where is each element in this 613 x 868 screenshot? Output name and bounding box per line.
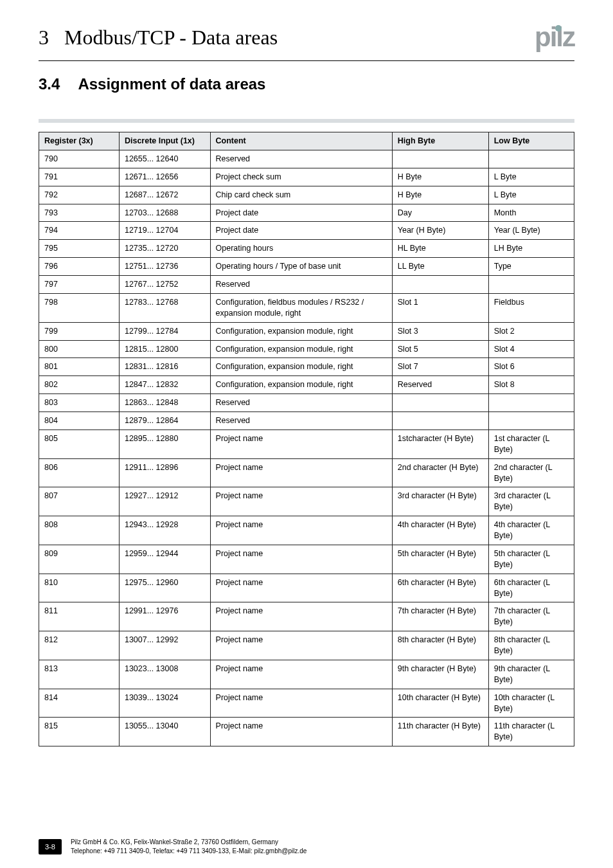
table-row: 79112671... 12656Project check sumH Byte… (39, 168, 574, 186)
cell-lb: L Byte (488, 168, 574, 186)
table-row: 79012655... 12640Reserved (39, 150, 574, 168)
cell-di: 12831... 12816 (119, 358, 210, 376)
cell-di: 12863... 12848 (119, 394, 210, 412)
cell-content: Configuration, fieldbus modules / RS232 … (210, 293, 392, 322)
cell-hb: Slot 5 (392, 340, 488, 358)
cell-reg: 812 (39, 631, 120, 660)
cell-hb: Slot 3 (392, 322, 488, 340)
cell-di: 12671... 12656 (119, 168, 210, 186)
table-row: 81413039... 13024Project name10th charac… (39, 689, 574, 718)
cell-reg: 796 (39, 258, 120, 276)
table-row: 80212847... 12832Configuration, expansio… (39, 376, 574, 394)
table-row: 80012815... 12800Configuration, expansio… (39, 340, 574, 358)
table-row: 79512735... 12720Operating hoursHL ByteL… (39, 240, 574, 258)
table-row: 79312703... 12688Project dateDayMonth (39, 204, 574, 222)
cell-hb (392, 394, 488, 412)
cell-lb: 2nd character (L Byte) (488, 458, 574, 487)
cell-lb: Slot 4 (488, 340, 574, 358)
cell-content: Configuration, expansion module, right (210, 340, 392, 358)
cell-reg: 792 (39, 186, 120, 204)
cell-lb: 9th character (L Byte) (488, 660, 574, 689)
cell-reg: 803 (39, 394, 120, 412)
table-row: 80112831... 12816Configuration, expansio… (39, 358, 574, 376)
cell-reg: 813 (39, 660, 120, 689)
table-row: 81313023... 13008Project name9th charact… (39, 660, 574, 689)
table-row: 80912959... 12944Project name5th charact… (39, 545, 574, 574)
cell-di: 12879... 12864 (119, 412, 210, 430)
cell-reg: 814 (39, 689, 120, 718)
cell-content: Configuration, expansion module, right (210, 358, 392, 376)
cell-di: 12943... 12928 (119, 516, 210, 545)
cell-lb: Slot 6 (488, 358, 574, 376)
table-row: 79412719... 12704Project dateYear (H Byt… (39, 222, 574, 240)
table-row: 80712927... 12912Project name3rd charact… (39, 487, 574, 516)
cell-content: Project name (210, 429, 392, 458)
cell-di: 13007... 12992 (119, 631, 210, 660)
cell-reg: 798 (39, 293, 120, 322)
cell-hb: Reserved (392, 376, 488, 394)
cell-content: Project name (210, 689, 392, 718)
cell-di: 12703... 12688 (119, 204, 210, 222)
cell-di: 13039... 13024 (119, 689, 210, 718)
cell-content: Chip card check sum (210, 186, 392, 204)
cell-di: 13023... 13008 (119, 660, 210, 689)
data-areas-table: Register (3x) Discrete Input (1x) Conten… (39, 132, 574, 746)
cell-reg: 806 (39, 458, 120, 487)
cell-lb (488, 150, 574, 168)
cell-content: Operating hours (210, 240, 392, 258)
cell-lb: 4th character (L Byte) (488, 516, 574, 545)
cell-lb: Slot 8 (488, 376, 574, 394)
page-footer: 3-8 Pilz GmbH & Co. KG, Felix-Wankel-Str… (0, 838, 613, 855)
section-heading: 3.4 Assignment of data areas (39, 75, 574, 93)
page-number-tag: 3-8 (39, 839, 62, 854)
cell-hb (392, 412, 488, 430)
cell-reg: 801 (39, 358, 120, 376)
cell-content: Project name (210, 545, 392, 574)
cell-di: 12655... 12640 (119, 150, 210, 168)
cell-lb: Month (488, 204, 574, 222)
cell-reg: 799 (39, 322, 120, 340)
table-row: 81112991... 12976Project name7th charact… (39, 602, 574, 631)
cell-di: 13055... 13040 (119, 718, 210, 746)
cell-lb: 5th character (L Byte) (488, 545, 574, 574)
cell-hb: 11th character (H Byte) (392, 718, 488, 746)
cell-lb: Slot 2 (488, 322, 574, 340)
cell-lb: L Byte (488, 186, 574, 204)
cell-reg: 811 (39, 602, 120, 631)
cell-hb: H Byte (392, 168, 488, 186)
brand-logo: pilz (527, 22, 574, 53)
cell-content: Reserved (210, 394, 392, 412)
cell-di: 12799... 12784 (119, 322, 210, 340)
cell-content: Operating hours / Type of base unit (210, 258, 392, 276)
page-header: 3 Modbus/TCP - Data areas pilz (39, 26, 574, 61)
cell-content: Project name (210, 487, 392, 516)
cell-reg: 802 (39, 376, 120, 394)
cell-lb (488, 412, 574, 430)
cell-content: Project name (210, 458, 392, 487)
footer-text: Pilz GmbH & Co. KG, Felix-Wankel-Straße … (71, 838, 306, 855)
cell-di: 12735... 12720 (119, 240, 210, 258)
cell-hb: Slot 7 (392, 358, 488, 376)
table-row: 79812783... 12768Configuration, fieldbus… (39, 293, 574, 322)
table-row: 80812943... 12928Project name4th charact… (39, 516, 574, 545)
cell-lb: 11th character (L Byte) (488, 718, 574, 746)
chapter-number: 3 (39, 26, 49, 50)
cell-di: 12895... 12880 (119, 429, 210, 458)
table-row: 79612751... 12736Operating hours / Type … (39, 258, 574, 276)
cell-content: Configuration, expansion module, right (210, 322, 392, 340)
cell-reg: 810 (39, 574, 120, 602)
table-row: 80412879... 12864Reserved (39, 412, 574, 430)
divider-bar (39, 119, 574, 123)
cell-reg: 793 (39, 204, 120, 222)
brand-text: pilz (535, 22, 574, 53)
cell-content: Project check sum (210, 168, 392, 186)
cell-di: 12847... 12832 (119, 376, 210, 394)
cell-hb: 6th character (H Byte) (392, 574, 488, 602)
cell-reg: 808 (39, 516, 120, 545)
cell-hb (392, 276, 488, 294)
cell-lb: 10th character (L Byte) (488, 689, 574, 718)
cell-content: Project name (210, 602, 392, 631)
cell-hb: 9th character (H Byte) (392, 660, 488, 689)
cell-hb: 8th character (H Byte) (392, 631, 488, 660)
table-row: 79712767... 12752Reserved (39, 276, 574, 294)
